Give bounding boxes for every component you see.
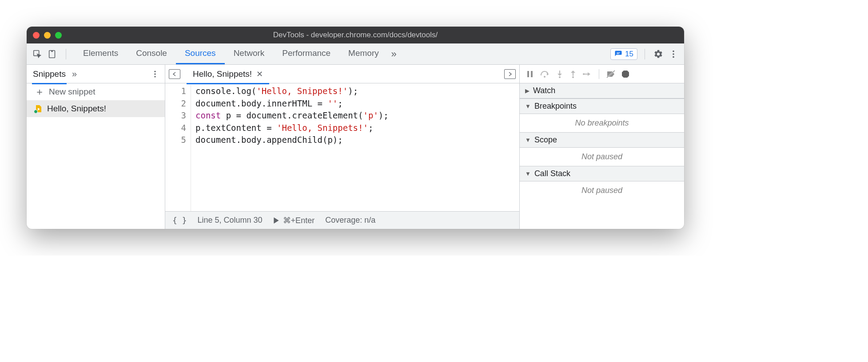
svg-point-6 bbox=[673, 53, 674, 55]
nav-next-icon[interactable] bbox=[504, 69, 516, 79]
editor-tab-label: Hello, Snippets! bbox=[193, 69, 252, 79]
editor-statusbar: { } Line 5, Column 30 ⌘+Enter Coverage: … bbox=[165, 211, 519, 229]
debugger-divider bbox=[599, 69, 599, 79]
step-over-icon[interactable] bbox=[540, 70, 550, 78]
panel-tab-elements[interactable]: Elements bbox=[74, 43, 127, 64]
debugger-section-breakpoints[interactable]: ▼Breakpoints bbox=[520, 98, 684, 114]
play-icon bbox=[273, 217, 279, 224]
svg-rect-4 bbox=[617, 53, 619, 54]
section-label: Call Stack bbox=[534, 169, 570, 178]
step-out-icon[interactable] bbox=[569, 70, 577, 78]
run-snippet-button[interactable]: ⌘+Enter bbox=[273, 216, 315, 225]
sidebar-header: Snippets » bbox=[27, 65, 165, 83]
section-label: Watch bbox=[533, 86, 555, 95]
issues-count: 15 bbox=[625, 50, 633, 59]
panel-tab-console[interactable]: Console bbox=[127, 43, 176, 64]
svg-point-17 bbox=[572, 76, 574, 78]
titlebar: DevTools - developer.chrome.com/docs/dev… bbox=[27, 27, 684, 43]
line-gutter: 12345 bbox=[165, 85, 191, 211]
svg-point-13 bbox=[544, 76, 545, 78]
coverage-status: Coverage: n/a bbox=[325, 216, 375, 225]
main-toolbar: ElementsConsoleSourcesNetworkPerformance… bbox=[27, 43, 684, 65]
more-tabs-icon[interactable]: » bbox=[388, 48, 400, 60]
editor-pane: Hello, Snippets! ✕ 12345 console.log('He… bbox=[165, 65, 520, 229]
triangle-down-icon: ▼ bbox=[525, 137, 531, 143]
panel-tab-memory[interactable]: Memory bbox=[339, 43, 388, 64]
toolbar-divider bbox=[645, 49, 645, 59]
triangle-right-icon: ▶ bbox=[525, 87, 530, 94]
close-tab-icon[interactable]: ✕ bbox=[256, 69, 263, 79]
panel-tab-performance[interactable]: Performance bbox=[273, 43, 339, 64]
code-editor[interactable]: 12345 console.log('Hello, Snippets!');do… bbox=[165, 83, 519, 211]
issues-icon bbox=[614, 50, 622, 58]
step-into-icon[interactable] bbox=[556, 70, 563, 78]
more-sidebar-tabs-icon[interactable]: » bbox=[72, 69, 77, 79]
close-window-button[interactable] bbox=[33, 32, 40, 39]
svg-rect-14 bbox=[559, 71, 560, 74]
section-label: Scope bbox=[534, 135, 557, 145]
plus-icon: ＋ bbox=[35, 87, 44, 97]
pause-on-exceptions-icon[interactable] bbox=[621, 70, 629, 78]
new-snippet-label: New snippet bbox=[49, 87, 96, 97]
svg-point-9 bbox=[154, 73, 155, 75]
step-icon[interactable] bbox=[583, 71, 592, 77]
debugger-section-watch[interactable]: ▶Watch bbox=[520, 83, 684, 98]
panel-tab-network[interactable]: Network bbox=[225, 43, 274, 64]
snippets-tab[interactable]: Snippets bbox=[32, 69, 67, 84]
debugger-toolbar bbox=[520, 65, 684, 83]
triangle-down-icon: ▼ bbox=[525, 103, 531, 110]
device-toolbar-icon[interactable] bbox=[46, 48, 59, 60]
debugger-section-scope[interactable]: ▼Scope bbox=[520, 132, 684, 148]
svg-rect-16 bbox=[573, 72, 573, 76]
traffic-lights bbox=[33, 32, 62, 39]
section-body: Not paused bbox=[520, 181, 684, 200]
run-shortcut-label: ⌘+Enter bbox=[283, 216, 315, 225]
debugger-section-call-stack[interactable]: ▼Call Stack bbox=[520, 166, 684, 181]
svg-rect-3 bbox=[617, 52, 620, 53]
cursor-position: Line 5, Column 30 bbox=[198, 216, 263, 225]
svg-point-7 bbox=[673, 56, 674, 58]
toolbar-divider bbox=[66, 49, 66, 59]
main-area: Snippets » ＋ New snippet Hello, Snippets… bbox=[27, 65, 684, 229]
new-snippet-button[interactable]: ＋ New snippet bbox=[27, 83, 165, 100]
editor-tabbar: Hello, Snippets! ✕ bbox=[165, 65, 519, 83]
navigator-sidebar: Snippets » ＋ New snippet Hello, Snippets… bbox=[27, 65, 165, 229]
code-content: console.log('Hello, Snippets!');document… bbox=[191, 85, 389, 211]
sidebar-kebab-icon[interactable] bbox=[151, 70, 159, 79]
pause-icon[interactable] bbox=[526, 70, 534, 78]
snippet-item[interactable]: Hello, Snippets! bbox=[27, 100, 165, 117]
svg-rect-11 bbox=[527, 71, 529, 77]
section-body: No breakpoints bbox=[520, 114, 684, 132]
snippet-file-icon bbox=[35, 105, 43, 113]
nav-prev-icon[interactable] bbox=[169, 69, 180, 79]
svg-point-15 bbox=[559, 76, 561, 78]
svg-rect-2 bbox=[52, 51, 52, 51]
inspect-element-icon[interactable] bbox=[31, 48, 44, 60]
snippet-item-label: Hello, Snippets! bbox=[47, 104, 106, 114]
issues-badge[interactable]: 15 bbox=[610, 48, 637, 60]
panel-tabs: ElementsConsoleSourcesNetworkPerformance… bbox=[74, 43, 388, 64]
kebab-menu-icon[interactable] bbox=[667, 48, 680, 60]
svg-point-10 bbox=[154, 76, 155, 77]
devtools-window: DevTools - developer.chrome.com/docs/dev… bbox=[27, 27, 684, 229]
deactivate-breakpoints-icon[interactable] bbox=[606, 70, 615, 78]
svg-rect-12 bbox=[531, 71, 533, 77]
svg-point-19 bbox=[583, 73, 585, 75]
svg-point-8 bbox=[154, 71, 155, 72]
svg-point-5 bbox=[673, 50, 674, 52]
maximize-window-button[interactable] bbox=[55, 32, 62, 39]
triangle-down-icon: ▼ bbox=[525, 170, 531, 177]
format-code-icon[interactable]: { } bbox=[172, 216, 187, 225]
section-label: Breakpoints bbox=[534, 102, 577, 111]
debugger-pane: ▶Watch▼BreakpointsNo breakpoints▼ScopeNo… bbox=[520, 65, 684, 229]
window-title: DevTools - developer.chrome.com/docs/dev… bbox=[27, 31, 684, 39]
section-body: Not paused bbox=[520, 148, 684, 166]
settings-icon[interactable] bbox=[652, 48, 665, 60]
editor-file-tab[interactable]: Hello, Snippets! ✕ bbox=[187, 69, 269, 84]
panel-tab-sources[interactable]: Sources bbox=[176, 43, 225, 64]
snippets-list: ＋ New snippet Hello, Snippets! bbox=[27, 83, 165, 229]
minimize-window-button[interactable] bbox=[44, 32, 51, 39]
